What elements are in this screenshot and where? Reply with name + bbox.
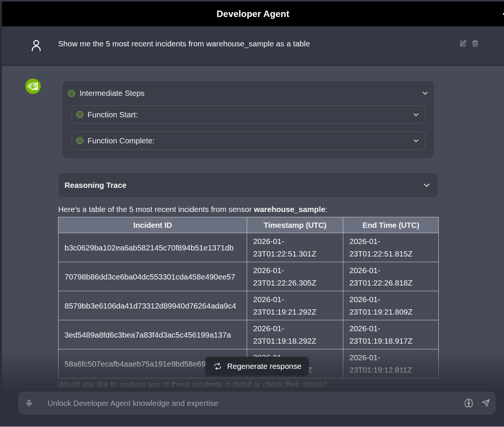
cell-incident-id: b3c0629ba102ea6ab582145c70f894b51e1371db [58, 233, 247, 262]
reasoning-trace-accordion[interactable]: Reasoning Trace [59, 173, 438, 197]
regenerate-response-button[interactable]: Regenerate response [206, 357, 309, 375]
chevron-down-icon [422, 90, 429, 97]
delete-message-icon[interactable] [471, 40, 479, 48]
col-header-end-time: End Time (UTC) [343, 217, 439, 233]
cell-end-time: 2026-01-23T01:19:18.917Z [343, 320, 439, 349]
send-icon[interactable] [481, 399, 490, 407]
reasoning-trace-label: Reasoning Trace [65, 181, 126, 190]
brain-icon[interactable] [464, 398, 473, 408]
col-header-incident-id: Incident ID [58, 217, 247, 233]
cpu-icon [68, 90, 75, 97]
table-row: 3ed5489a8fd6c3bea7a83f4d3ac5c456199a137a… [58, 320, 439, 349]
repeat-icon [214, 362, 222, 370]
cell-timestamp: 2026-01-23T01:22:51.301Z [247, 233, 343, 262]
intermediate-steps-label: Intermediate Steps [80, 89, 144, 98]
table-row: 70798b86dd3ce6ba04dc553301cda458e490ee57… [58, 262, 439, 291]
cell-incident-id: 3ed5489a8fd6c3bea7a83f4d3ac5c456199a137a [58, 320, 247, 349]
cell-timestamp: 2026-01-23T01:19:18.292Z [247, 320, 343, 349]
intermediate-steps-header[interactable]: Intermediate Steps [68, 86, 429, 100]
user-message-text: Show me the 5 most recent incidents from… [58, 26, 310, 65]
cell-end-time: 2026-01-23T01:19:12.811Z [343, 349, 439, 378]
chevron-down-icon [423, 181, 430, 189]
cell-incident-id: 8579bb3e6106da41d73312d89940d76264ada9c4 [58, 291, 247, 320]
function-start-label: Function Start: [88, 110, 138, 119]
developer-agent-app: Developer Agent Show me the 5 most recen… [0, 0, 504, 427]
table-header-row: Incident ID Timestamp (UTC) End Time (UT… [58, 217, 439, 233]
chevron-down-icon [413, 137, 419, 144]
table-row: b3c0629ba102ea6ab582145c70f894b51e1371db… [58, 233, 439, 262]
function-complete-label: Function Complete: [88, 136, 155, 145]
cell-end-time: 2026-01-23T01:22:51.815Z [343, 233, 439, 262]
message-input[interactable]: Unlock Developer Agent knowledge and exp… [18, 392, 496, 415]
assistant-message-content: Intermediate Steps Function Start: Funct… [58, 66, 438, 389]
cpu-icon [76, 111, 83, 118]
cell-end-time: 2026-01-23T01:22:26.818Z [343, 262, 439, 291]
assistant-message-area: Intermediate Steps Function Start: Funct… [2, 66, 504, 389]
regenerate-label: Regenerate response [227, 362, 301, 371]
cell-end-time: 2026-01-23T01:19:21.809Z [343, 291, 439, 320]
table-row: 8579bb3e6106da41d73312d89940d76264ada9c4… [58, 291, 439, 320]
followup-text: Would you like to analyze any of these i… [58, 380, 438, 389]
edit-message-icon[interactable] [459, 40, 467, 48]
app-header: Developer Agent [2, 2, 504, 26]
user-avatar-icon [29, 38, 43, 52]
chevron-down-icon [413, 111, 419, 118]
incidents-table: Incident ID Timestamp (UTC) End Time (UT… [58, 217, 439, 378]
chevron-left-icon[interactable] [500, 9, 504, 19]
cpu-icon [76, 137, 83, 144]
col-header-timestamp: Timestamp (UTC) [247, 217, 343, 233]
function-start-accordion[interactable]: Function Start: [72, 105, 425, 124]
answer-intro-text: Here's a table of the 5 most recent inci… [58, 204, 438, 215]
function-complete-accordion[interactable]: Function Complete: [72, 131, 425, 150]
cell-timestamp: 2026-01-23T01:19:21.292Z [247, 291, 343, 320]
user-message-actions [459, 40, 479, 48]
page-title: Developer Agent [217, 9, 289, 19]
microphone-icon[interactable] [25, 399, 33, 407]
intermediate-steps-panel: Intermediate Steps Function Start: Funct… [63, 81, 434, 158]
composer-bar: Unlock Developer Agent knowledge and exp… [0, 389, 504, 427]
cell-incident-id: 70798b86dd3ce6ba04dc553301cda458e490ee57 [58, 262, 247, 291]
cell-timestamp: 2026-01-23T01:22:26.305Z [247, 262, 343, 291]
user-message-row: Show me the 5 most recent incidents from… [2, 26, 504, 66]
input-placeholder: Unlock Developer Agent knowledge and exp… [48, 399, 464, 408]
nvidia-avatar-icon [25, 78, 41, 94]
